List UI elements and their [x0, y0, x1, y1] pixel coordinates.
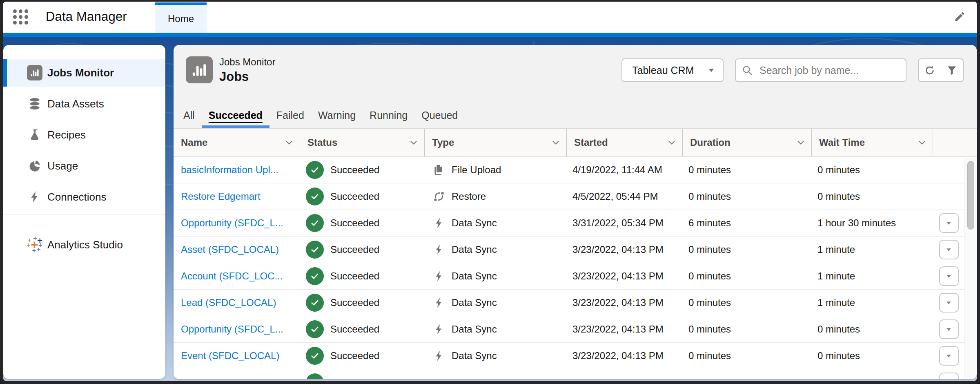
- tab-running[interactable]: Running: [370, 102, 408, 128]
- refresh-icon[interactable]: [919, 59, 941, 81]
- started-cell: 4/5/2022, 05:44 PM: [567, 191, 683, 202]
- sidebar-item-label: Usage: [47, 160, 78, 172]
- row-actions-button[interactable]: [939, 373, 959, 379]
- column-header-type[interactable]: Type: [425, 129, 567, 156]
- tab-failed[interactable]: Failed: [276, 102, 304, 128]
- org-picklist[interactable]: Tableau CRM: [621, 58, 724, 82]
- tab-succeeded[interactable]: Succeeded: [209, 102, 263, 128]
- app-launcher-waffle-icon[interactable]: [13, 9, 29, 25]
- sidebar-item-usage[interactable]: Usage: [3, 152, 165, 180]
- started-cell: 3/23/2022, 04:13 PM: [567, 297, 683, 308]
- page-title: Jobs: [219, 69, 249, 84]
- dropdown-triangle-icon: [707, 66, 715, 74]
- job-name-link[interactable]: Account (SFDC_LOC...: [181, 270, 283, 282]
- brand-bar: [3, 33, 977, 37]
- job-name-link[interactable]: Asset (SFDC_LOCAL): [181, 244, 279, 255]
- search-box: [735, 58, 906, 82]
- wait-time-cell: 0 minutes: [812, 324, 933, 335]
- row-actions-button[interactable]: [939, 346, 959, 366]
- pie-chart-icon: [27, 158, 42, 174]
- screenshot-frame: Data Manager Home: [0, 0, 980, 384]
- tableau-logo-icon: + + + + + + + +: [27, 237, 42, 252]
- type-label: Data Sync: [452, 217, 497, 229]
- duration-cell: 6 minutes: [683, 217, 812, 229]
- status-tabs: All Succeeded Failed Warning Running Que…: [183, 102, 458, 128]
- chevron-down-icon: [667, 138, 677, 147]
- restore-icon: [433, 190, 445, 203]
- started-cell: 3/31/2022, 05:34 PM: [567, 217, 683, 229]
- job-name-link[interactable]: basicInformation Upl...: [181, 164, 278, 176]
- started-cell: 3/23/2022, 04:13 PM: [567, 350, 683, 362]
- status-label: Succeeded: [330, 244, 379, 255]
- jobs-panel: Jobs Monitor Jobs Tableau CRM: [174, 45, 977, 379]
- search-input[interactable]: [735, 58, 906, 82]
- duration-cell: 0 minutes: [683, 324, 812, 335]
- row-actions-button[interactable]: [939, 213, 959, 233]
- job-name-link[interactable]: Lead (SFDC_LOCAL): [181, 297, 276, 308]
- tab-warning[interactable]: Warning: [318, 102, 356, 128]
- nav-tab-home[interactable]: Home: [155, 2, 207, 33]
- job-name-link[interactable]: Restore Edgemart: [181, 191, 261, 202]
- scrollbar-thumb[interactable]: [967, 161, 974, 230]
- job-name-link[interactable]: Opportunity (SFDC_L...: [181, 217, 283, 229]
- row-actions-button[interactable]: [939, 293, 959, 313]
- table-row: Opportunity (SFDC_L... Succeeded Data Sy…: [174, 210, 977, 237]
- filter-icon[interactable]: [941, 59, 963, 81]
- breadcrumb: Jobs Monitor: [219, 56, 275, 68]
- chevron-down-icon: [796, 138, 806, 147]
- job-name-link[interactable]: Event (SFDC_LOCAL): [181, 350, 279, 362]
- row-actions-button[interactable]: [939, 266, 959, 286]
- column-header-status[interactable]: Status: [300, 129, 425, 156]
- lightning-icon: [433, 270, 445, 282]
- sidebar-divider: [3, 214, 165, 214]
- pencil-icon[interactable]: [952, 10, 967, 25]
- sidebar-item-analytics-studio[interactable]: + + + + + + + + Analytics Studio: [3, 231, 165, 259]
- app-header: Data Manager Home: [3, 2, 977, 33]
- wait-time-cell: 0 minutes: [812, 191, 933, 202]
- chevron-down-icon: [551, 138, 561, 147]
- sidebar-item-data-assets[interactable]: Data Assets: [3, 90, 165, 118]
- sidebar-nav: Jobs Monitor Data Assets Recipes Usage C…: [3, 45, 165, 211]
- wait-time-cell: 0 minutes: [812, 350, 933, 362]
- type-label: Data Sync: [452, 350, 497, 362]
- wait-time-cell: 1 minute: [812, 270, 933, 282]
- success-check-icon: [306, 214, 324, 232]
- nav-tab-home-label: Home: [168, 13, 194, 25]
- app-title: Data Manager: [46, 9, 127, 24]
- success-check-icon: [306, 241, 324, 259]
- success-check-icon: [306, 294, 324, 312]
- success-check-icon: [306, 347, 324, 365]
- tab-queued[interactable]: Queued: [421, 102, 458, 128]
- column-header-wait-time[interactable]: Wait Time: [812, 129, 933, 156]
- column-header-name[interactable]: Name: [174, 129, 300, 156]
- table-row: Lead (SFDC_LOCAL) Succeeded Data Sync 3/…: [174, 290, 977, 316]
- database-icon: [27, 96, 42, 112]
- toolbar-button-group: [918, 58, 964, 82]
- lightning-icon: [433, 217, 445, 229]
- row-actions-button[interactable]: [939, 240, 959, 259]
- duration-cell: 0 minutes: [683, 350, 812, 362]
- sidebar-item-connections[interactable]: Connections: [3, 183, 165, 211]
- table-scrollbar[interactable]: [964, 158, 977, 379]
- status-label: Succeeded: [330, 324, 379, 335]
- column-header-actions: [933, 129, 977, 156]
- sidebar-item-jobs-monitor[interactable]: Jobs Monitor: [3, 59, 165, 87]
- wait-time-cell: 0 minutes: [812, 164, 933, 176]
- sidebar-item-label: Recipes: [47, 129, 86, 141]
- job-name-link[interactable]: Opportunity (SFDC_L...: [181, 324, 283, 335]
- column-header-started[interactable]: Started: [567, 129, 683, 156]
- duration-cell: 0 minutes: [683, 191, 812, 202]
- status-label: Succeeded: [330, 164, 379, 176]
- sidebar-item-recipes[interactable]: Recipes: [3, 121, 165, 149]
- duration-cell: 0 minutes: [683, 164, 812, 176]
- success-check-icon: [306, 373, 324, 379]
- chevron-down-icon: [284, 138, 294, 147]
- table-header-row: Name Status Type Started Duration Wait T…: [174, 128, 977, 157]
- wait-time-cell: 1 minute: [812, 244, 933, 255]
- column-header-duration[interactable]: Duration: [683, 129, 812, 156]
- duration-cell: 0 minutes: [683, 270, 812, 282]
- row-actions-button[interactable]: [939, 319, 959, 339]
- file-copy-icon: [433, 164, 445, 176]
- tab-all[interactable]: All: [183, 102, 195, 128]
- started-cell: 3/23/2022, 04:13 PM: [567, 244, 683, 255]
